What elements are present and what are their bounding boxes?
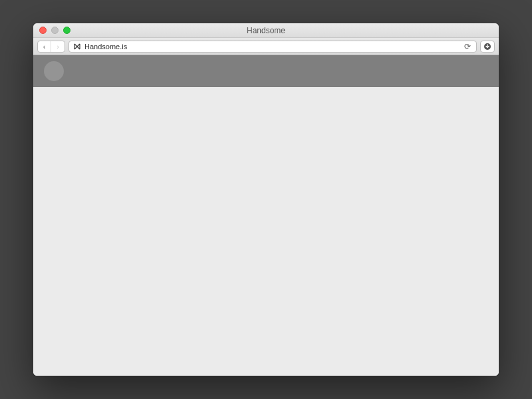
nav-buttons: ‹ ›: [37, 41, 65, 53]
window-title: Handsome: [33, 26, 499, 35]
close-button[interactable]: [39, 27, 47, 34]
forward-button[interactable]: ›: [51, 41, 65, 52]
url-text: Handsome.is: [84, 43, 460, 51]
download-icon: [483, 43, 491, 51]
logo-placeholder: [44, 61, 64, 81]
titlebar[interactable]: Handsome: [33, 23, 499, 38]
chevron-right-icon: ›: [57, 43, 59, 51]
reload-icon: ⟳: [464, 42, 471, 51]
toolbar: ‹ › Handsome.is ⟳: [33, 38, 499, 55]
chevron-left-icon: ‹: [43, 43, 46, 51]
browser-window: Handsome ‹ › Handsome.is ⟳: [33, 23, 499, 376]
minimize-button[interactable]: [51, 27, 59, 34]
downloads-button[interactable]: [480, 41, 495, 53]
address-bar[interactable]: Handsome.is ⟳: [68, 41, 477, 53]
page-header: [33, 55, 499, 87]
site-icon: [73, 43, 81, 51]
back-button[interactable]: ‹: [38, 41, 51, 52]
reload-button[interactable]: ⟳: [463, 42, 472, 51]
content-area: [33, 55, 499, 376]
maximize-button[interactable]: [63, 27, 70, 34]
page-body: [33, 87, 499, 376]
traffic-lights: [33, 27, 70, 34]
